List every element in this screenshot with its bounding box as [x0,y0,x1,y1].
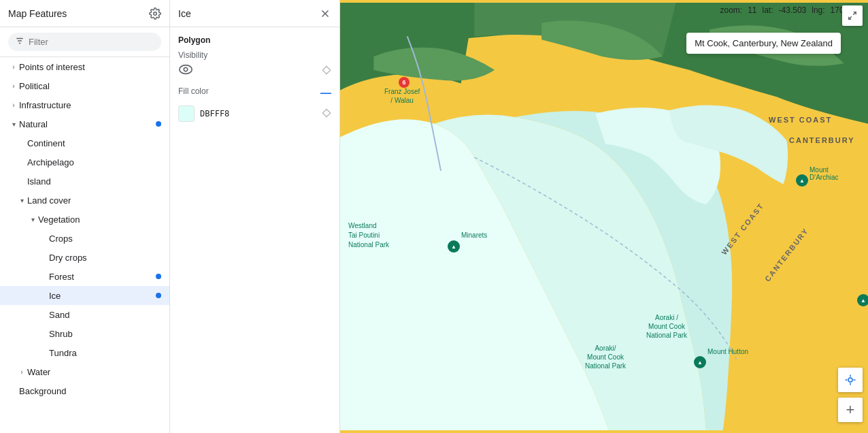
fullscreen-button[interactable] [842,5,863,26]
sidebar-label-vegetation: Vegetation [38,214,161,225]
sidebar-title: Map Features [8,8,67,19]
fill-color-minus-icon[interactable]: — [320,88,331,99]
sidebar-item-shrub[interactable]: Shrub [0,324,169,343]
zoom-label: zoom: [720,5,742,15]
sidebar-label-island: Island [27,176,161,187]
zoom-in-button[interactable]: + [838,398,863,422]
filter-icon [15,36,24,48]
sidebar-label-continent: Continent [27,138,161,148]
svg-point-0 [154,12,157,15]
sidebar-label-land-cover: Land cover [27,195,161,206]
fill-color-label: Fill color [178,86,209,96]
sidebar-label-archipelago: Archipelago [27,157,161,167]
sidebar-item-background[interactable]: Background [0,381,169,400]
sidebar-item-points-of-interest[interactable]: ›Points of interest [0,57,169,76]
sidebar-label-dry-crops: Dry crops [49,253,161,263]
polygon-label: Polygon [178,35,331,45]
sidebar-item-ice[interactable]: Ice [0,286,169,305]
sidebar-item-infrastructure[interactable]: ›Infrastructure [0,95,169,114]
map-container[interactable]: zoom: 11 lat: -43.503 lng: 170.306 [340,0,868,433]
filter-input-wrap [8,33,161,51]
minarets-marker: ▲ [448,240,460,253]
color-row: DBFFF8 [178,106,229,122]
sidebar-item-crops[interactable]: Crops [0,229,169,248]
sidebar-label-forest: Forest [49,272,153,282]
sidebar-label-political: Political [19,81,161,91]
close-button[interactable] [319,7,331,20]
svg-point-6 [180,65,192,74]
sidebar-label-infrastructure: Infrastructure [19,100,161,110]
expand-icon-political[interactable]: › [8,80,19,91]
eye-icon[interactable] [178,64,193,78]
sidebar: Map Features ›Points of interest›Politic… [0,0,170,433]
visibility-diamond-icon[interactable] [322,65,331,77]
sidebar-item-sand[interactable]: Sand [0,305,169,324]
svg-point-13 [848,378,852,382]
expand-icon-water[interactable]: › [16,366,27,377]
collapse-icon-natural[interactable]: ▾ [8,118,19,129]
location-button[interactable] [838,368,863,392]
mount-sibbald-marker: ▲ [857,294,868,306]
lat-value: -43.503 [779,5,807,15]
dot-ice [156,293,161,298]
sidebar-item-continent[interactable]: Continent [0,133,169,153]
sidebar-item-dry-crops[interactable]: Dry crops [0,248,169,267]
fill-color-row: Fill color — [178,86,331,100]
filter-bar [0,27,169,57]
sidebar-label-ice: Ice [49,291,153,301]
collapse-icon-land-cover[interactable]: ▾ [16,195,27,206]
sidebar-item-water[interactable]: ›Water [0,362,169,381]
detail-header: Ice [170,0,339,27]
sidebar-label-shrub: Shrub [49,329,161,339]
zoom-value: 11 [748,5,756,15]
sidebar-label-tundra: Tundra [49,348,161,358]
map-terrain-svg [340,0,868,433]
fill-diamond-icon[interactable] [322,108,331,120]
sidebar-item-land-cover[interactable]: ▾Land cover [0,191,169,210]
detail-panel: Ice Polygon Visibility Fill color — DBFF… [170,0,340,433]
sidebar-label-crops: Crops [49,234,161,244]
expand-icon-infrastructure[interactable]: › [8,99,19,110]
visibility-label: Visibility [178,50,331,60]
dot-natural [156,121,161,127]
sidebar-item-vegetation[interactable]: ▾Vegetation [0,210,169,229]
filter-input[interactable] [29,37,154,47]
color-swatch[interactable] [178,106,195,122]
expand-icon-points-of-interest[interactable]: › [8,61,19,72]
map-tooltip: Mt Cook, Canterbury, New Zealand [686,33,841,54]
mount-darchiac-marker: ▲ [796,174,808,187]
svg-rect-9 [322,109,330,116]
lng-label: lng: [812,5,824,15]
svg-point-7 [184,67,188,71]
sidebar-item-tundra[interactable]: Tundra [0,343,169,362]
visibility-row [178,64,331,78]
sidebar-item-island[interactable]: Island [0,172,169,191]
sidebar-item-forest[interactable]: Forest [0,267,169,286]
detail-title: Ice [178,8,191,19]
lat-label: lat: [763,5,773,15]
sidebar-item-political[interactable]: ›Political [0,76,169,95]
color-hex-value: DBFFF8 [200,109,229,118]
gear-icon[interactable] [149,7,161,20]
dot-forest [156,274,161,279]
sidebar-label-background: Background [19,386,161,396]
sidebar-item-archipelago[interactable]: Archipelago [0,153,169,172]
sidebar-label-natural: Natural [19,119,153,129]
collapse-icon-vegetation[interactable]: ▾ [27,214,38,225]
mount-hutton-marker: ▲ [694,356,706,368]
sidebar-label-points-of-interest: Points of interest [19,62,161,72]
franz-josef-badge: 6 [399,77,410,88]
sidebar-item-natural[interactable]: ▾Natural [0,114,169,133]
sidebar-label-sand: Sand [49,310,161,320]
detail-body: Polygon Visibility Fill color — DBFFF8 [170,27,339,130]
tree-section: ›Points of interest›Political›Infrastruc… [0,57,169,433]
sidebar-label-water: Water [27,367,161,377]
svg-rect-8 [322,66,330,74]
sidebar-header: Map Features [0,0,169,27]
